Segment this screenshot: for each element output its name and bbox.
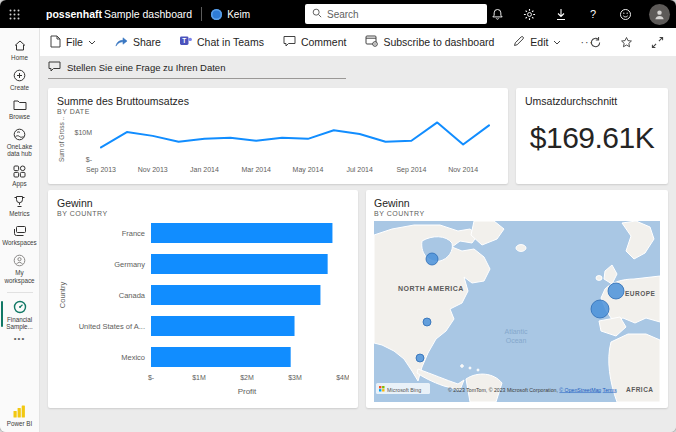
- svg-text:$10M: $10M: [74, 129, 92, 136]
- comment-label: Comment: [301, 36, 347, 48]
- comment-button[interactable]: Comment: [283, 35, 347, 49]
- svg-text:$-: $-: [148, 374, 155, 381]
- notifications-bell-icon[interactable]: [489, 6, 505, 22]
- bubble-mexico[interactable]: [416, 354, 424, 362]
- svg-text:EUROPE: EUROPE: [625, 290, 656, 297]
- teams-icon: T: [180, 35, 192, 49]
- help-icon[interactable]: ?: [585, 6, 601, 22]
- bubble-germany[interactable]: [608, 283, 624, 299]
- svg-text:France: France: [122, 229, 145, 238]
- file-icon: [50, 35, 61, 50]
- tile-title: Gewinn: [374, 197, 660, 209]
- sidebar-item-onelake-data-hub[interactable]: OneLake data hub: [0, 125, 40, 163]
- sidebar-item-financial-sample[interactable]: Financial Sample...: [0, 297, 40, 336]
- bubble-map[interactable]: NORTH AMERICAEUROPEAFRICAAtlanticOcean© …: [374, 221, 660, 402]
- sidebar-divider: [7, 292, 33, 293]
- file-menu-button[interactable]: File: [50, 35, 96, 50]
- svg-text:May 2014: May 2014: [293, 166, 324, 174]
- sidebar-more-icon[interactable]: •••: [14, 334, 25, 343]
- divider: [201, 7, 202, 21]
- left-nav-sidebar: Home Create Browse OneLake data hub Apps…: [0, 28, 40, 432]
- sensitivity-label: Keim: [227, 9, 250, 20]
- svg-text:Jul 2014: Jul 2014: [346, 166, 373, 173]
- tile-title: Summe des Bruttoumsatzes: [57, 95, 499, 107]
- refresh-icon[interactable]: [588, 35, 602, 49]
- qna-placeholder: Stellen Sie eine Frage zu Ihren Daten: [67, 62, 225, 73]
- tile-profit-by-country-bar[interactable]: Gewinn BY COUNTRY FranceGermanyCanadaUni…: [48, 190, 358, 408]
- subscribe-label: Subscribe to dashboard: [383, 36, 494, 48]
- tile-subtitle: BY DATE: [57, 108, 499, 115]
- kpi-value: $169.61K: [525, 121, 659, 155]
- search-icon: [312, 8, 322, 20]
- tile-profit-by-country-map[interactable]: Gewinn BY COUNTRY: [366, 190, 668, 408]
- file-label: File: [66, 36, 83, 48]
- chat-label: Chat in Teams: [197, 36, 264, 48]
- waffle-menu-icon[interactable]: [0, 0, 28, 28]
- svg-text:$1M: $1M: [192, 374, 206, 381]
- line-chart: $-$10MSum of Gross ..Sep 2013Nov 2013Jan…: [57, 115, 499, 175]
- svg-text:Nov 2013: Nov 2013: [138, 166, 168, 173]
- svg-text:NORTH AMERICA: NORTH AMERICA: [398, 285, 464, 292]
- dashboard-canvas: Stellen Sie eine Frage zu Ihren Daten Su…: [40, 56, 676, 432]
- top-app-bar: possenhaft Sample dashboard Keim Search …: [0, 0, 676, 28]
- tile-title: Umsatzdurchschnitt: [525, 95, 659, 107]
- svg-text:Mexico: Mexico: [121, 353, 145, 362]
- comment-icon: [283, 35, 296, 49]
- edit-label: Edit: [530, 36, 548, 48]
- svg-text:Canada: Canada: [119, 291, 146, 300]
- chevron-down-icon: [88, 40, 96, 45]
- fullscreen-expand-icon[interactable]: [650, 35, 664, 49]
- favorite-star-icon[interactable]: [619, 35, 633, 49]
- qna-input[interactable]: Stellen Sie eine Frage zu Ihren Daten: [48, 61, 346, 79]
- svg-text:Profit: Profit: [238, 387, 257, 396]
- svg-text:$2M: $2M: [240, 374, 254, 381]
- sidebar-item-create[interactable]: Create: [0, 66, 40, 96]
- sidebar-item-workspaces[interactable]: Workspaces: [0, 222, 40, 251]
- subscribe-button[interactable]: Subscribe to dashboard: [365, 35, 494, 49]
- sidebar-item-browse[interactable]: Browse: [0, 96, 40, 125]
- svg-text:Sep 2013: Sep 2013: [86, 166, 116, 174]
- bubble-france[interactable]: [591, 300, 609, 318]
- edit-button[interactable]: Edit: [513, 35, 561, 49]
- svg-text:Mar 2014: Mar 2014: [241, 166, 271, 173]
- subscribe-icon: [365, 35, 378, 49]
- tile-subtitle: BY COUNTRY: [57, 210, 349, 217]
- chat-in-teams-button[interactable]: T Chat in Teams: [180, 35, 264, 49]
- sidebar-item-my-workspace[interactable]: My workspace: [0, 251, 40, 289]
- svg-text:Atlantic: Atlantic: [505, 328, 528, 335]
- download-icon[interactable]: [553, 6, 569, 22]
- svg-text:T: T: [182, 37, 186, 44]
- powerbi-window: possenhaft Sample dashboard Keim Search …: [0, 0, 676, 432]
- app-brand[interactable]: possenhaft: [46, 8, 102, 20]
- share-icon: [115, 35, 128, 49]
- tile-revenue-average-kpi[interactable]: Umsatzdurchschnitt $169.61K: [516, 88, 668, 184]
- dashboard-toolbar: File Share T Chat in Teams Comment Subsc…: [40, 28, 676, 56]
- sidebar-item-metrics[interactable]: Metrics: [0, 192, 40, 222]
- bubble-canada[interactable]: [426, 253, 438, 265]
- svg-text:Jan 2014: Jan 2014: [190, 166, 219, 173]
- feedback-smiley-icon[interactable]: [617, 6, 633, 22]
- settings-gear-icon[interactable]: [521, 6, 537, 22]
- svg-text:United States of A...: United States of A...: [79, 322, 145, 331]
- sensitivity-badge[interactable]: Keim: [211, 9, 250, 20]
- bing-logo[interactable]: Microsoft Bing: [376, 383, 430, 394]
- search-input[interactable]: Search: [305, 4, 487, 24]
- chevron-down-icon: [553, 40, 561, 45]
- search-placeholder: Search: [327, 9, 359, 20]
- qna-bubble-icon: [48, 61, 61, 74]
- edit-pencil-icon: [513, 35, 525, 49]
- share-button[interactable]: Share: [115, 35, 161, 49]
- tile-gross-sales-line[interactable]: Summe des Bruttoumsatzes BY DATE $-$10MS…: [48, 88, 508, 184]
- sidebar-item-apps[interactable]: Apps: [0, 162, 40, 192]
- bubble-united-states-of-america[interactable]: [423, 318, 431, 326]
- svg-text:Sep 2014: Sep 2014: [396, 166, 426, 174]
- bar-chart: FranceGermanyCanadaUnited States of A...…: [57, 217, 349, 399]
- sensitivity-shield-icon: [211, 9, 222, 20]
- powerbi-logo: Power BI: [7, 405, 33, 432]
- account-avatar[interactable]: [649, 4, 670, 25]
- tile-title: Gewinn: [57, 197, 349, 209]
- sidebar-item-home[interactable]: Home: [0, 36, 40, 66]
- svg-text:Ocean: Ocean: [506, 337, 527, 344]
- share-label: Share: [133, 36, 161, 48]
- svg-text:Sum of Gross ..: Sum of Gross ..: [58, 117, 65, 162]
